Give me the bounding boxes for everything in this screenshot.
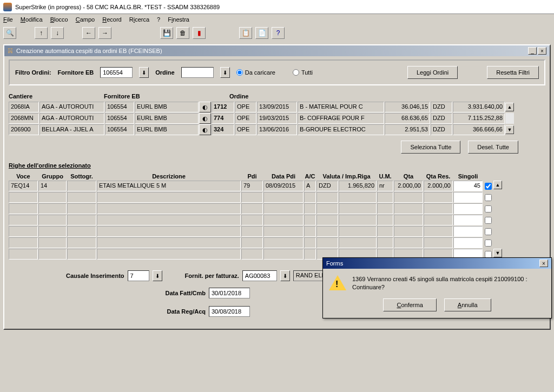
scroll-track[interactable] xyxy=(505,113,514,124)
toolbar: 🔍 ↑ ↓ ← → 💾 🗑 ▮ 📋 📄 ? xyxy=(0,25,554,41)
leggi-ordini-button[interactable]: Leggi Ordini xyxy=(407,66,458,79)
scroll-up-button[interactable]: ▲ xyxy=(505,103,514,111)
order-row[interactable]: 206900BELLARA - JIJEL A106554EURL BMB◐32… xyxy=(9,124,545,135)
row-checkbox[interactable] xyxy=(483,192,493,203)
order-row[interactable]: 2068MNAGA - AUTOROUTI106554EURL BMB◐774O… xyxy=(9,113,545,124)
detail-cell xyxy=(67,226,96,237)
minimize-button[interactable]: _ xyxy=(528,47,537,55)
cell: 2.951,53 xyxy=(385,124,430,135)
tool-query-icon[interactable]: 🔍 xyxy=(3,27,16,39)
menu-blocco[interactable]: Blocco xyxy=(50,16,68,23)
scroll-down-button[interactable]: ▼ xyxy=(505,125,514,134)
detail-cell: 79 xyxy=(241,181,263,191)
tool-down-icon[interactable]: ↓ xyxy=(51,27,64,39)
row-checkbox[interactable] xyxy=(483,215,493,225)
detail-cell xyxy=(241,249,263,260)
cell: B- COFFRAGE POUR F xyxy=(298,113,384,124)
order-row[interactable]: 2068IAAGA - AUTOROUTI106554EURL BMB◐1712… xyxy=(9,102,545,112)
cell: BELLARA - JIJEL A xyxy=(39,124,104,135)
annulla-button[interactable]: Annulla xyxy=(444,298,491,311)
desel-tutte-button[interactable]: Desel. Tutte xyxy=(468,141,518,154)
detail-row xyxy=(9,226,545,237)
detail-row[interactable]: 7EQ1414ETAIS METALLIQUE 5 M7908/09/2015A… xyxy=(9,181,545,191)
menu-modifica[interactable]: Modifica xyxy=(21,16,43,23)
fornitore-lookup-button[interactable]: ⬇ xyxy=(139,67,149,78)
detail-grid: 7EQ1414ETAIS METALLIQUE 5 M7908/09/2015A… xyxy=(9,181,545,260)
ordine-lookup-button[interactable]: ⬇ xyxy=(220,67,230,78)
ordine-input[interactable] xyxy=(181,67,214,78)
detail-cell: 08/09/2015 xyxy=(263,181,304,191)
conferma-button[interactable]: Conferma xyxy=(383,298,436,311)
detail-cell[interactable] xyxy=(453,215,483,225)
detail-cell xyxy=(394,215,423,225)
tool-exit-icon[interactable]: ▮ xyxy=(193,27,206,39)
seleziona-tutte-button[interactable]: Seleziona Tutte xyxy=(401,141,460,154)
cell: 13/06/2016 xyxy=(257,124,297,135)
detail-row xyxy=(9,203,545,214)
window-title: SuperStrike (in progress) - 58 CMC RA AL… xyxy=(15,4,220,10)
detail-cell[interactable] xyxy=(453,203,483,214)
detail-cell xyxy=(377,192,393,203)
filter-panel: Filtro Ordini: Fornitore EB ⬇ Ordine ⬇ D… xyxy=(9,59,545,85)
radio-tutti[interactable]: Tutti xyxy=(293,69,313,76)
detail-cell xyxy=(377,237,393,248)
cell: EURL BMB xyxy=(135,102,199,112)
row-checkbox[interactable] xyxy=(483,226,493,237)
detail-cell[interactable] xyxy=(453,237,483,248)
menu-campo[interactable]: Campo xyxy=(76,16,95,23)
row-action-icon[interactable]: ◐ xyxy=(199,102,211,112)
detail-scroll-down[interactable]: ▼ xyxy=(493,249,502,257)
detail-cell xyxy=(339,203,377,214)
detail-cell[interactable]: 45 xyxy=(453,181,483,191)
cell: DZD xyxy=(431,124,452,135)
orders-header: Cantiere Fornitore EB Ordine xyxy=(9,93,545,99)
detail-cell: A xyxy=(304,181,316,191)
row-action-icon[interactable]: ◐ xyxy=(199,113,211,124)
detail-cell[interactable] xyxy=(453,226,483,237)
subwindow-titlebar: ☵ Creazione automatica cespiti da ordini… xyxy=(4,45,550,56)
fornfatt-input[interactable] xyxy=(242,270,277,281)
row-checkbox[interactable] xyxy=(483,203,493,214)
detail-header: Voce Gruppo Sottogr. Descrizione Pdi Dat… xyxy=(9,172,545,181)
causale-lookup-button[interactable]: ⬇ xyxy=(153,270,162,281)
tool-delete-icon[interactable]: 🗑 xyxy=(176,27,189,39)
cell: 2068IA xyxy=(9,102,39,112)
tool-right-icon[interactable]: → xyxy=(98,27,111,39)
menu-record[interactable]: Record xyxy=(102,16,121,23)
radio-dacaricare[interactable]: Da caricare xyxy=(236,69,275,76)
tool-left-icon[interactable]: ← xyxy=(82,27,95,39)
datareg-input[interactable] xyxy=(209,306,250,317)
tool-up-icon[interactable]: ↑ xyxy=(35,27,48,39)
dialog-close-button[interactable]: × xyxy=(539,260,548,267)
fornitore-input[interactable] xyxy=(100,67,133,78)
cell: B-GROUPE ELECTROC xyxy=(298,124,384,135)
detail-cell xyxy=(38,215,67,225)
fornfatt-lookup-button[interactable]: ⬇ xyxy=(280,270,290,281)
cell: DZD xyxy=(431,102,452,112)
resetta-filtri-button[interactable]: Resetta Filtri xyxy=(487,66,539,79)
detail-cell xyxy=(339,215,377,225)
cell: AGA - AUTOROUTI xyxy=(39,113,104,124)
menu-help[interactable]: ? xyxy=(157,16,160,23)
cell: 19/03/2015 xyxy=(257,113,297,124)
menu-ricerca[interactable]: Ricerca xyxy=(129,16,149,23)
datafatt-input[interactable] xyxy=(209,288,250,298)
row-checkbox[interactable] xyxy=(483,237,493,248)
tool-copy-icon[interactable]: 📄 xyxy=(255,27,268,39)
row-checkbox[interactable] xyxy=(483,181,493,191)
detail-cell xyxy=(38,249,67,260)
tool-help-icon[interactable]: ? xyxy=(272,27,285,39)
close-button[interactable]: × xyxy=(538,47,546,55)
detail-cell: DZD xyxy=(316,181,338,191)
tool-clipboard-icon[interactable]: 📋 xyxy=(239,27,252,39)
orders-grid: 2068IAAGA - AUTOROUTI106554EURL BMB◐1712… xyxy=(9,102,545,135)
detail-scroll-up[interactable]: ▲ xyxy=(493,181,502,189)
menu-finestra[interactable]: Finestra xyxy=(168,16,189,23)
tool-save-icon[interactable]: 💾 xyxy=(160,27,173,39)
cell: B - MATERIAL POUR C xyxy=(298,102,384,112)
detail-cell[interactable] xyxy=(453,192,483,203)
row-action-icon[interactable]: ◐ xyxy=(199,124,211,135)
menu-file[interactable]: File xyxy=(3,16,13,23)
causale-input[interactable] xyxy=(128,270,149,281)
detail-cell xyxy=(304,192,316,203)
